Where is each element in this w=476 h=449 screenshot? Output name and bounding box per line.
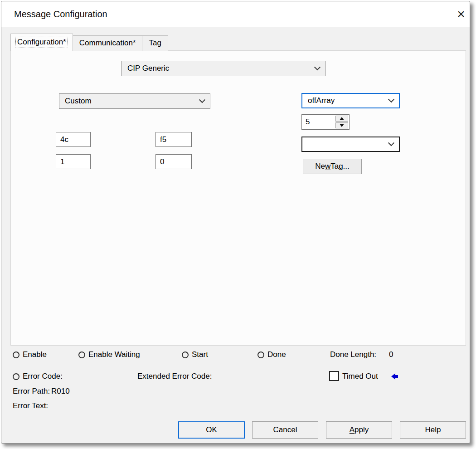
tab-configuration-label: Configuration* <box>17 38 66 46</box>
new-tag-button[interactable]: New Tag... <box>303 159 362 174</box>
error-text-label: Error Text: <box>13 401 48 410</box>
start-indicator <box>182 351 189 358</box>
source-length-spinner <box>301 114 350 130</box>
done-length-label: Done Length: <box>330 350 376 359</box>
help-button[interactable]: Help <box>400 421 466 439</box>
apply-button[interactable]: Apply <box>326 421 392 439</box>
class-input[interactable] <box>155 132 192 147</box>
timed-out-label: Timed Out <box>342 372 378 381</box>
extended-error-code-label: Extended Error Code: <box>137 372 212 381</box>
chevron-down-icon <box>388 140 394 146</box>
error-code-indicator <box>13 373 19 380</box>
error-path-value: R010 <box>51 387 70 396</box>
chevron-down-icon <box>314 64 321 70</box>
service-code-input[interactable] <box>56 132 91 147</box>
done-label: Done <box>267 350 286 359</box>
screen: Message Configuration × Configuration* C… <box>0 0 476 449</box>
enable-indicator <box>13 351 19 358</box>
tab-communication[interactable]: Communication* <box>73 35 143 51</box>
message-configuration-dialog: Message Configuration × Configuration* C… <box>1 1 470 444</box>
message-type-select[interactable]: CIP Generic <box>121 61 325 76</box>
enable-label: Enable <box>23 350 47 359</box>
dialog-title: Message Configuration <box>14 9 107 20</box>
done-indicator <box>257 351 264 358</box>
tab-communication-label: Communication* <box>79 39 136 47</box>
service-type-value: Custom <box>65 97 92 106</box>
attribute-input[interactable] <box>155 154 192 169</box>
title-bar: Message Configuration × <box>1 1 470 27</box>
enable-waiting-indicator <box>78 351 85 358</box>
instance-input[interactable] <box>56 154 91 169</box>
start-label: Start <box>192 350 208 359</box>
chevron-down-icon <box>388 96 394 102</box>
chevron-down-icon <box>199 97 205 103</box>
source-length-input[interactable] <box>302 115 335 129</box>
tab-tag[interactable]: Tag <box>142 35 168 51</box>
error-code-label: Error Code: <box>23 372 63 381</box>
source-select[interactable]: offArray <box>301 93 400 108</box>
spin-up-button[interactable] <box>335 116 348 122</box>
timed-out-arrow-icon <box>391 373 399 380</box>
destination-element-select[interactable] <box>301 137 400 152</box>
up-arrow-icon <box>340 117 344 120</box>
cancel-button[interactable]: Cancel <box>252 421 318 439</box>
down-arrow-icon <box>340 124 344 127</box>
source-value: offArray <box>308 96 335 105</box>
tab-tag-label: Tag <box>149 39 161 47</box>
error-path-label: Error Path: <box>13 387 50 396</box>
done-length-value: 0 <box>389 350 393 359</box>
tab-configuration[interactable]: Configuration* <box>10 34 73 51</box>
ok-button[interactable]: OK <box>178 421 245 439</box>
service-type-select[interactable]: Custom <box>59 93 210 109</box>
timed-out-checkbox[interactable] <box>329 371 339 381</box>
spin-down-button[interactable] <box>335 122 348 128</box>
close-icon[interactable]: × <box>453 6 469 22</box>
enable-waiting-label: Enable Waiting <box>88 350 140 359</box>
tab-strip: Configuration* Communication* Tag <box>10 34 168 51</box>
message-type-value: CIP Generic <box>127 64 169 73</box>
spin-buttons <box>335 116 348 128</box>
